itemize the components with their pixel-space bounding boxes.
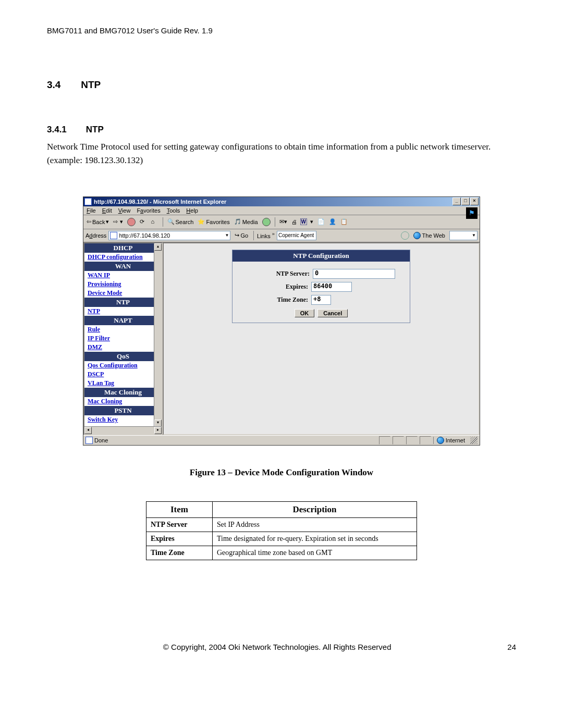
scroll-left-button[interactable]: ◂	[84, 427, 92, 434]
section-title: NTP	[81, 79, 101, 90]
sidebar-link[interactable]: Device Mode	[84, 289, 162, 298]
nav-sidebar: DHCPDHCP configurationWANWAN IPProvision…	[83, 242, 163, 435]
word-button[interactable]: W	[300, 218, 307, 225]
browser-window: http://67.104.98.120/ - Microsoft Intern…	[83, 196, 480, 446]
sidebar-link[interactable]: Provisioning	[84, 280, 162, 289]
table-cell-desc: Geographical time zone based on GMT	[213, 546, 417, 560]
table-row: ExpiresTime designated for re-query. Exp…	[146, 532, 417, 546]
menu-favorites[interactable]: Favorites	[137, 207, 160, 214]
menu-file[interactable]: File	[87, 207, 96, 214]
content-area: NTP Configuration NTP Server: 0 Expires:…	[163, 242, 480, 435]
scroll-up-button[interactable]: ▴	[154, 243, 162, 251]
home-button[interactable]: ⌂	[150, 218, 160, 226]
mail-button[interactable]: ✉▾	[278, 218, 288, 225]
search-icon[interactable]	[401, 231, 409, 240]
ntp-server-label: NTP Server:	[247, 270, 310, 278]
table-cell-desc: Time designated for re-query. Expiration…	[213, 532, 417, 546]
sidebar-link[interactable]: Switch Key	[84, 415, 162, 424]
back-button[interactable]: ⇦ Back ▾	[85, 218, 110, 225]
links-label[interactable]: Links »	[257, 231, 275, 239]
the-web-dropdown[interactable]: ▼	[449, 231, 478, 240]
table-head-desc: Description	[213, 501, 417, 517]
status-done: Done	[94, 437, 108, 443]
copernic-input[interactable]: Copernic Agent	[277, 231, 316, 240]
resize-grip[interactable]	[470, 437, 478, 444]
expires-label: Expires:	[246, 283, 308, 291]
status-cell	[379, 436, 390, 445]
footer-copyright: © Copyright, 2004 Oki Network Technologi…	[47, 643, 507, 651]
sidebar-heading: PSTN	[84, 406, 162, 415]
subsection-title: NTP	[86, 125, 104, 134]
ie-throbber-icon: ⚑	[466, 207, 478, 219]
close-button[interactable]: ×	[470, 198, 479, 205]
go-button[interactable]: ↪ Go	[232, 232, 250, 239]
page-footer: © Copyright, 2004 Oki Network Technologi…	[47, 643, 516, 651]
page-number: 24	[507, 643, 516, 651]
print-button[interactable]: 🖨	[290, 219, 298, 225]
timezone-label: Time Zone:	[246, 296, 308, 304]
sidebar-heading: NTP	[84, 298, 162, 307]
section-heading: 3.4 NTP	[47, 79, 516, 91]
scroll-right-button[interactable]: ▸	[154, 427, 162, 434]
sidebar-heading: NAPT	[84, 316, 162, 325]
sidebar-link[interactable]: Mac Cloning	[84, 397, 162, 406]
table-row: NTP ServerSet IP Address	[146, 517, 417, 532]
forward-button[interactable]: ⇨ ▾	[112, 218, 124, 225]
edit-button[interactable]: ▾	[309, 218, 314, 225]
favorites-button[interactable]: ⭐ Favorites	[197, 218, 230, 225]
menu-view[interactable]: View	[118, 207, 131, 214]
stop-button[interactable]	[126, 218, 137, 226]
subsection-heading: 3.4.1 NTP	[47, 125, 516, 135]
done-icon	[85, 437, 93, 444]
address-label: Address	[85, 232, 106, 239]
menu-tools[interactable]: Tools	[167, 207, 180, 214]
sidebar-link[interactable]: DSCP	[84, 370, 162, 379]
menu-help[interactable]: Help	[186, 207, 198, 214]
sidebar-link[interactable]: WAN IP	[84, 271, 162, 280]
internet-icon	[437, 437, 444, 444]
status-cell	[393, 436, 404, 445]
sidebar-heading: DHCP	[84, 243, 162, 253]
address-bar: Address http://67.104.98.120 ↪ Go Links …	[83, 229, 480, 242]
sidebar-hscroll[interactable]: ◂ ▸	[84, 426, 162, 434]
messenger-button[interactable]: 👤	[328, 218, 337, 225]
window-titlebar: http://67.104.98.120/ - Microsoft Intern…	[83, 197, 480, 206]
status-cell	[406, 436, 418, 445]
menu-edit[interactable]: Edit	[102, 207, 112, 214]
doc-header: BMG7011 and BMG7012 User's Guide Rev. 1.…	[47, 26, 516, 35]
cancel-button[interactable]: Cancel	[317, 309, 348, 317]
maximize-button[interactable]: □	[461, 198, 470, 205]
refresh-button[interactable]: ⟳	[139, 218, 148, 226]
description-table: Item Description NTP ServerSet IP Addres…	[146, 501, 417, 560]
sidebar-link[interactable]: VLan Tag	[84, 379, 162, 388]
minimize-button[interactable]: _	[452, 198, 461, 205]
sidebar-link[interactable]: IP Filter	[84, 334, 162, 343]
sidebar-link[interactable]: NTP	[84, 307, 162, 316]
timezone-input[interactable]: +8	[311, 295, 331, 305]
scroll-down-button[interactable]: ▾	[154, 419, 162, 427]
sidebar-link[interactable]: Qos Configuration	[84, 361, 162, 370]
table-cell-item: Time Zone	[146, 546, 213, 560]
discuss-button[interactable]: 📄	[316, 218, 326, 225]
section-number: 3.4	[47, 79, 78, 91]
address-value: http://67.104.98.120	[119, 232, 170, 239]
sidebar-heading: Mac Cloning	[84, 388, 162, 397]
sidebar-link[interactable]: DMZ	[84, 343, 162, 352]
panel-title: NTP Configuration	[232, 250, 410, 262]
media-button[interactable]: 🎵 Media	[233, 218, 259, 225]
body-paragraph: Network Time Protocol used for setting g…	[47, 140, 516, 168]
toolbar: ⇦ Back ▾ ⇨ ▾ ⟳ ⌂ 🔍 Search ⭐ Favorites 🎵 …	[83, 215, 480, 229]
sidebar-link[interactable]: Rule	[84, 325, 162, 334]
address-input[interactable]: http://67.104.98.120	[108, 231, 230, 240]
window-title: http://67.104.98.120/ - Microsoft Intern…	[94, 199, 226, 205]
extra-button[interactable]: 📋	[339, 218, 349, 225]
sidebar-vscroll[interactable]: ▴ ▾	[154, 243, 162, 427]
expires-input[interactable]: 86400	[311, 282, 352, 292]
ntp-server-input[interactable]: 0	[313, 269, 395, 279]
history-button[interactable]	[261, 218, 272, 226]
sidebar-link[interactable]: DHCP configuration	[84, 253, 162, 262]
the-web-selector[interactable]: The Web	[413, 232, 445, 239]
search-button[interactable]: 🔍 Search	[166, 218, 195, 225]
ok-button[interactable]: OK	[295, 309, 315, 317]
status-bar: Done Internet	[83, 435, 480, 445]
